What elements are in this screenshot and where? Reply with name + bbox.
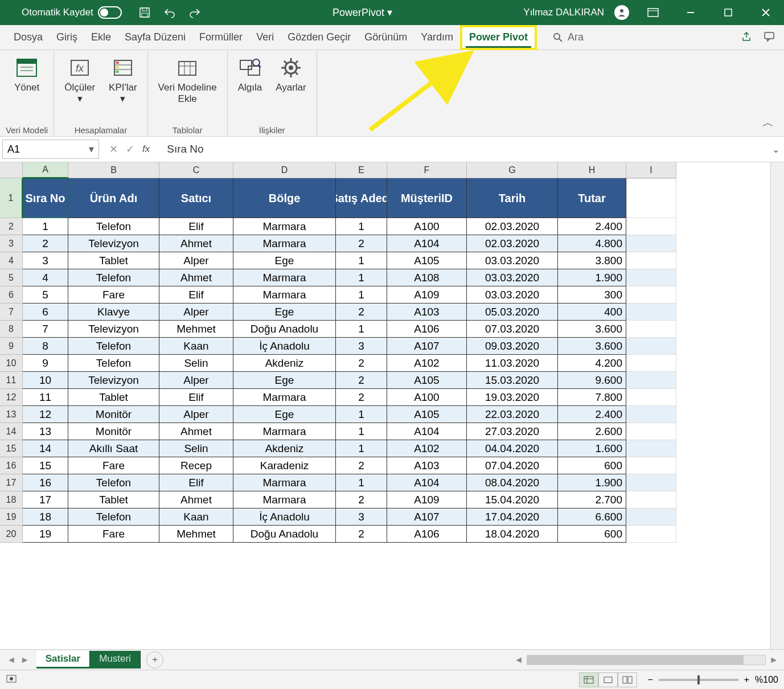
- cell[interactable]: 2: [336, 491, 387, 508]
- expand-formula-icon[interactable]: ⌄: [767, 144, 784, 155]
- cell[interactable]: Ege: [233, 372, 336, 389]
- ribbon-display-icon[interactable]: [639, 0, 667, 25]
- close-icon[interactable]: [752, 0, 779, 25]
- cell[interactable]: 3: [336, 338, 387, 355]
- cell[interactable]: 27.03.2020: [467, 423, 558, 440]
- cell[interactable]: 13: [23, 423, 68, 440]
- cell[interactable]: [626, 474, 676, 491]
- formula-input[interactable]: [160, 143, 767, 155]
- header-cell[interactable]: Ürün Adı: [68, 178, 159, 218]
- cell[interactable]: 1: [336, 252, 387, 269]
- row-header-6[interactable]: 6: [0, 286, 23, 304]
- cell[interactable]: 2: [23, 235, 68, 252]
- header-cell[interactable]: [626, 178, 676, 218]
- cell[interactable]: 1.600: [558, 440, 626, 457]
- cell[interactable]: 4.800: [558, 235, 626, 252]
- cell[interactable]: 12: [23, 406, 68, 423]
- y-net-button[interactable]: Yönet: [10, 54, 44, 96]
- cell[interactable]: Monitör: [68, 423, 159, 440]
- cell[interactable]: [626, 252, 676, 269]
- cell[interactable]: 5: [23, 286, 68, 304]
- cell[interactable]: Karadeniz: [233, 457, 336, 474]
- row-header-10[interactable]: 10: [0, 355, 23, 372]
- cell[interactable]: Telefon: [68, 474, 159, 491]
- cell[interactable]: 07.04.2020: [467, 457, 558, 474]
- row-header-9[interactable]: 9: [0, 338, 23, 355]
- cell[interactable]: 16: [23, 474, 68, 491]
- save-icon[interactable]: [138, 6, 151, 19]
- cell[interactable]: [626, 423, 676, 440]
- autosave-toggle[interactable]: [98, 6, 122, 19]
- select-all-corner[interactable]: [0, 162, 23, 178]
- cell[interactable]: Tablet: [68, 491, 159, 508]
- col-header-B[interactable]: B: [68, 162, 159, 178]
- cell[interactable]: 02.03.2020: [467, 235, 558, 252]
- cell[interactable]: 4: [23, 269, 68, 286]
- cell[interactable]: Klavye: [68, 304, 159, 321]
- cell[interactable]: 03.03.2020: [467, 286, 558, 304]
- cell[interactable]: A109: [387, 286, 467, 304]
- header-cell[interactable]: Satış Adedi: [336, 178, 387, 218]
- cell[interactable]: [626, 235, 676, 252]
- alg-la-button[interactable]: Algıla: [233, 54, 267, 96]
- tab-dosya[interactable]: Dosya: [7, 25, 50, 50]
- cell[interactable]: Akdeniz: [233, 440, 336, 457]
- header-cell[interactable]: MüşteriID: [387, 178, 467, 218]
- row-header-4[interactable]: 4: [0, 252, 23, 269]
- cell[interactable]: Elif: [159, 218, 233, 235]
- cell[interactable]: 15: [23, 457, 68, 474]
- cell[interactable]: 1: [336, 286, 387, 304]
- cell[interactable]: [626, 406, 676, 423]
- row-header-13[interactable]: 13: [0, 406, 23, 423]
- veri-modeline-button[interactable]: Veri ModelineEkle: [154, 54, 221, 108]
- cell[interactable]: 05.03.2020: [467, 304, 558, 321]
- cell[interactable]: Marmara: [233, 474, 336, 491]
- cell[interactable]: 1: [336, 218, 387, 235]
- cell[interactable]: A106: [387, 526, 467, 543]
- cell[interactable]: 3: [336, 508, 387, 526]
- cell[interactable]: [626, 338, 676, 355]
- cell[interactable]: Recep: [159, 457, 233, 474]
- cell[interactable]: 9: [23, 355, 68, 372]
- sheet-next-icon[interactable]: ►: [20, 655, 30, 665]
- cell[interactable]: Doğu Anadolu: [233, 526, 336, 543]
- col-header-I[interactable]: I: [626, 162, 676, 178]
- row-header-7[interactable]: 7: [0, 304, 23, 321]
- cell[interactable]: 600: [558, 457, 626, 474]
- zoom-in-icon[interactable]: +: [744, 675, 749, 685]
- cell[interactable]: [626, 355, 676, 372]
- tab-giriş[interactable]: Giriş: [50, 25, 84, 50]
- chevron-down-icon[interactable]: ▾: [89, 143, 94, 155]
- cell[interactable]: Marmara: [233, 235, 336, 252]
- cell[interactable]: 10: [23, 372, 68, 389]
- cell[interactable]: 2: [336, 355, 387, 372]
- cell[interactable]: A103: [387, 304, 467, 321]
- autosave[interactable]: Otomatik Kaydet: [22, 6, 122, 19]
- cell[interactable]: A107: [387, 508, 467, 526]
- name-box[interactable]: A1 ▾: [2, 140, 99, 159]
- record-macro-icon[interactable]: [6, 675, 17, 685]
- cell[interactable]: Ahmet: [159, 491, 233, 508]
- cell[interactable]: 04.04.2020: [467, 440, 558, 457]
- row-header-18[interactable]: 18: [0, 491, 23, 508]
- cell[interactable]: Marmara: [233, 389, 336, 406]
- header-cell[interactable]: Tarih: [467, 178, 558, 218]
- cell[interactable]: 1: [336, 321, 387, 338]
- cell[interactable]: 7.800: [558, 389, 626, 406]
- -l-ler-button[interactable]: fxÖlçüler▾: [60, 54, 100, 108]
- cell[interactable]: 03.03.2020: [467, 252, 558, 269]
- cell[interactable]: A105: [387, 372, 467, 389]
- cell[interactable]: 1: [336, 406, 387, 423]
- row-header-3[interactable]: 3: [0, 235, 23, 252]
- zoom-out-icon[interactable]: −: [647, 675, 652, 685]
- page-break-view-icon[interactable]: [618, 672, 637, 687]
- comments-icon[interactable]: [764, 31, 777, 44]
- sheet-tab-musteri[interactable]: Musteri: [90, 651, 141, 669]
- confirm-icon[interactable]: ✓: [126, 143, 134, 155]
- cell[interactable]: Televizyon: [68, 321, 159, 338]
- add-sheet-button[interactable]: ＋: [146, 651, 163, 669]
- cell[interactable]: Telefon: [68, 218, 159, 235]
- cell[interactable]: 1.900: [558, 474, 626, 491]
- cell[interactable]: 18: [23, 508, 68, 526]
- cell[interactable]: 2: [336, 372, 387, 389]
